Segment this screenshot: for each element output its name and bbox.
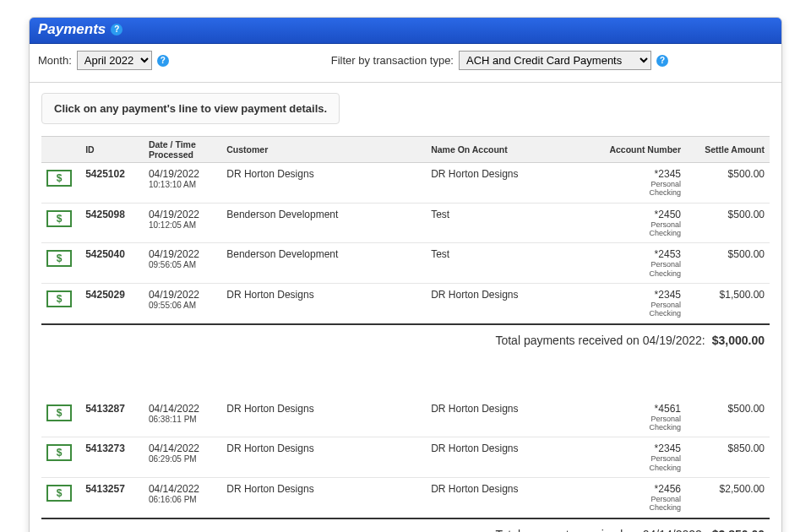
total-value: $3,000.00 [705,334,765,347]
money-icon: $ [46,170,72,187]
money-icon: $ [46,210,72,227]
total-label: Total payments received on 04/19/2022: [495,334,705,347]
cell-customer: Benderson Development [221,243,426,284]
cell-id: 5425040 [80,243,144,284]
cell-account: *2450PersonalChecking [593,203,686,243]
money-icon: $ [46,444,72,461]
cell-amount: $850.00 [686,437,770,478]
transaction-type-select[interactable]: ACH and Credit Card Payments [459,51,651,70]
cell-account: *2345PersonalChecking [593,284,686,324]
cell-name: DR Horton Designs [426,398,593,437]
cell-customer: DR Horton Designs [221,398,426,437]
cell-id: 5425098 [80,203,144,243]
filter-bar: Month: April 2022 ? Filter by transactio… [30,44,781,83]
table-row[interactable]: $541327304/14/202206:29:05 PMDR Horton D… [41,437,770,478]
total-label: Total payments received on 04/14/2022: [495,528,705,532]
cell-id: 5413287 [80,398,144,437]
col-account: Account Number [593,137,686,163]
cell-customer: DR Horton Designs [221,437,426,478]
cell-amount: $2,500.00 [686,478,770,518]
cell-amount: $500.00 [686,203,770,243]
month-label: Month: [38,54,72,67]
col-datetime: Date / Time Processed [144,137,221,163]
cell-datetime: 04/19/202210:13:10 AM [144,163,221,204]
cell-account: *2345PersonalChecking [593,437,686,478]
payments-panel: Payments ? Month: April 2022 ? Filter by… [29,17,782,532]
cell-datetime: 04/19/202209:56:05 AM [144,243,221,284]
total-row: Total payments received on 04/19/2022:$3… [41,324,770,359]
month-select[interactable]: April 2022 [77,51,152,70]
cell-name: DR Horton Designs [426,163,593,204]
info-box: Click on any payment's line to view paym… [41,93,340,124]
table-row[interactable]: $542502904/19/202209:55:06 AMDR Horton D… [41,284,770,324]
total-value: $3,850.00 [705,528,765,532]
cell-customer: Benderson Development [221,203,426,243]
cell-datetime: 04/14/202206:38:11 PM [144,398,221,437]
cell-amount: $500.00 [686,398,770,437]
cell-id: 5413257 [80,478,144,518]
help-icon[interactable]: ? [157,55,169,67]
cell-name: DR Horton Designs [426,284,593,324]
col-customer: Customer [221,137,426,163]
cell-amount: $500.00 [686,163,770,204]
money-icon: $ [46,404,72,421]
cell-name: DR Horton Designs [426,437,593,478]
cell-name: DR Horton Designs [426,478,593,518]
cell-datetime: 04/14/202206:16:06 PM [144,478,221,518]
table-row[interactable]: $542510204/19/202210:13:10 AMDR Horton D… [41,163,770,204]
cell-amount: $1,500.00 [686,284,770,324]
cell-datetime: 04/19/202210:12:05 AM [144,203,221,243]
money-icon: $ [46,250,72,267]
table-row[interactable]: $541325704/14/202206:16:06 PMDR Horton D… [41,478,770,518]
table-row[interactable]: $542504004/19/202209:56:05 AMBenderson D… [41,243,770,284]
cell-customer: DR Horton Designs [221,163,426,204]
content-area: Click on any payment's line to view paym… [30,83,781,532]
page-title: Payments [38,21,106,38]
cell-id: 5413273 [80,437,144,478]
col-id: ID [80,137,144,163]
cell-name: Test [426,243,593,284]
cell-customer: DR Horton Designs [221,284,426,324]
table-header-row: ID Date / Time Processed Customer Name O… [41,137,770,163]
help-icon[interactable]: ? [656,55,668,67]
cell-account: *2345PersonalChecking [593,163,686,204]
cell-name: Test [426,203,593,243]
money-icon: $ [46,485,72,502]
cell-account: *2456PersonalChecking [593,478,686,518]
cell-id: 5425102 [80,163,144,204]
col-name: Name On Account [426,137,593,163]
table-row[interactable]: $541328704/14/202206:38:11 PMDR Horton D… [41,398,770,437]
type-label: Filter by transaction type: [331,54,454,67]
cell-account: *4561PersonalChecking [593,398,686,437]
money-icon: $ [46,290,72,307]
total-row: Total payments received on 04/14/2022:$3… [41,518,770,532]
cell-datetime: 04/14/202206:29:05 PM [144,437,221,478]
help-icon[interactable]: ? [111,24,122,35]
cell-customer: DR Horton Designs [221,478,426,518]
cell-amount: $500.00 [686,243,770,284]
table-row[interactable]: $542509804/19/202210:12:05 AMBenderson D… [41,203,770,243]
col-amount: Settle Amount [686,137,770,163]
cell-datetime: 04/19/202209:55:06 AM [144,284,221,324]
payments-table: ID Date / Time Processed Customer Name O… [41,136,770,532]
panel-header: Payments ? [30,18,781,44]
cell-account: *2453PersonalChecking [593,243,686,284]
cell-id: 5425029 [80,284,144,324]
